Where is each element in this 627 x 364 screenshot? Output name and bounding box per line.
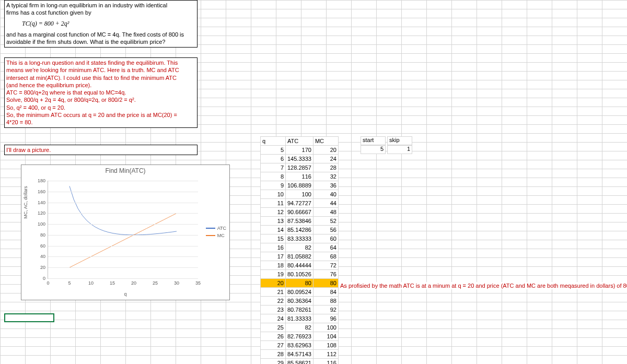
cell-q[interactable]: 6 bbox=[261, 155, 286, 163]
table-row[interactable]: 1781.0588268 bbox=[261, 252, 339, 261]
cell-q[interactable]: 22 bbox=[261, 297, 286, 306]
selected-cell[interactable] bbox=[4, 313, 54, 322]
cell-atc[interactable]: 90.66667 bbox=[286, 208, 314, 217]
cell-atc[interactable]: 87.53846 bbox=[286, 217, 314, 226]
cell-atc[interactable]: 80.44444 bbox=[286, 261, 314, 270]
cell-mc[interactable]: 52 bbox=[313, 217, 338, 226]
cell-q[interactable]: 24 bbox=[261, 314, 286, 323]
cell-atc[interactable]: 83.62963 bbox=[286, 341, 314, 350]
start-header[interactable]: start bbox=[361, 136, 386, 145]
cell-mc[interactable]: 76 bbox=[313, 270, 338, 279]
table-row[interactable]: 2481.3333396 bbox=[261, 314, 339, 323]
cell-mc[interactable]: 68 bbox=[313, 252, 338, 261]
table-row[interactable]: 7128.285728 bbox=[261, 163, 339, 172]
table-row[interactable]: 1583.3333360 bbox=[261, 234, 339, 243]
cell-atc[interactable]: 82 bbox=[286, 323, 314, 332]
table-row[interactable]: 1880.4444472 bbox=[261, 261, 339, 270]
cell-mc[interactable]: 96 bbox=[313, 314, 338, 323]
col-mc[interactable]: MC bbox=[313, 137, 338, 146]
col-q[interactable]: q bbox=[261, 137, 286, 146]
cell-mc[interactable]: 56 bbox=[313, 226, 338, 234]
cell-atc[interactable]: 170 bbox=[286, 146, 314, 155]
cell-mc[interactable]: 24 bbox=[313, 155, 338, 163]
cell-atc[interactable]: 81.05882 bbox=[286, 252, 314, 261]
cell-atc[interactable]: 80.36364 bbox=[286, 297, 314, 306]
cell-mc[interactable]: 92 bbox=[313, 306, 338, 314]
table-row[interactable]: 168264 bbox=[261, 243, 339, 252]
table-row[interactable]: 2380.7826192 bbox=[261, 306, 339, 314]
cell-q[interactable]: 5 bbox=[261, 146, 286, 155]
cell-q[interactable]: 9 bbox=[261, 181, 286, 190]
cell-q[interactable]: 11 bbox=[261, 199, 286, 208]
cell-atc[interactable]: 80.09524 bbox=[286, 288, 314, 297]
cell-atc[interactable]: 81.33333 bbox=[286, 314, 314, 323]
cell-mc[interactable]: 88 bbox=[313, 297, 338, 306]
skip-value[interactable]: 1 bbox=[387, 145, 412, 154]
table-row[interactable]: 2884.57143112 bbox=[261, 350, 339, 359]
cell-atc[interactable]: 80.10526 bbox=[286, 270, 314, 279]
data-table[interactable]: q ATC MC 5170206145.3333247128.285728811… bbox=[260, 136, 339, 364]
cell-mc[interactable]: 28 bbox=[313, 163, 338, 172]
cell-q[interactable]: 29 bbox=[261, 359, 286, 365]
table-row[interactable]: 2582100 bbox=[261, 323, 339, 332]
cell-q[interactable]: 10 bbox=[261, 190, 286, 199]
cell-atc[interactable]: 106.8889 bbox=[286, 181, 314, 190]
cell-mc[interactable]: 72 bbox=[313, 261, 338, 270]
table-row[interactable]: 2180.0952484 bbox=[261, 288, 339, 297]
cell-q[interactable]: 8 bbox=[261, 172, 286, 181]
table-row[interactable]: 1194.7272744 bbox=[261, 199, 339, 208]
table-row[interactable]: 2985.58621116 bbox=[261, 359, 339, 365]
cell-atc[interactable]: 145.3333 bbox=[286, 155, 314, 163]
cell-mc[interactable]: 60 bbox=[313, 234, 338, 243]
cell-atc[interactable]: 80.78261 bbox=[286, 306, 314, 314]
skip-header[interactable]: skip bbox=[387, 136, 412, 145]
cell-q[interactable]: 14 bbox=[261, 226, 286, 234]
table-row[interactable]: 208080 bbox=[261, 279, 339, 288]
chart-container[interactable]: Find Min(ATC) MC, AC, dollars q 02040608… bbox=[21, 165, 230, 300]
col-atc[interactable]: ATC bbox=[286, 137, 314, 146]
table-row[interactable]: 811632 bbox=[261, 172, 339, 181]
cell-q[interactable]: 26 bbox=[261, 332, 286, 341]
cell-mc[interactable]: 32 bbox=[313, 172, 338, 181]
cell-atc[interactable]: 82.76923 bbox=[286, 332, 314, 341]
cell-q[interactable]: 25 bbox=[261, 323, 286, 332]
cell-mc[interactable]: 116 bbox=[313, 359, 338, 365]
table-row[interactable]: 1010040 bbox=[261, 190, 339, 199]
cell-q[interactable]: 21 bbox=[261, 288, 286, 297]
cell-q[interactable]: 23 bbox=[261, 306, 286, 314]
cell-atc[interactable]: 128.2857 bbox=[286, 163, 314, 172]
table-row[interactable]: 1485.1428656 bbox=[261, 226, 339, 234]
cell-q[interactable]: 15 bbox=[261, 234, 286, 243]
cell-atc[interactable]: 84.57143 bbox=[286, 350, 314, 359]
table-row[interactable]: 1387.5384652 bbox=[261, 217, 339, 226]
cell-mc[interactable]: 40 bbox=[313, 190, 338, 199]
cell-mc[interactable]: 100 bbox=[313, 323, 338, 332]
cell-mc[interactable]: 48 bbox=[313, 208, 338, 217]
cell-mc[interactable]: 108 bbox=[313, 341, 338, 350]
table-row[interactable]: 1290.6666748 bbox=[261, 208, 339, 217]
cell-q[interactable]: 16 bbox=[261, 243, 286, 252]
cell-atc[interactable]: 85.58621 bbox=[286, 359, 314, 365]
cell-mc[interactable]: 44 bbox=[313, 199, 338, 208]
cell-mc[interactable]: 20 bbox=[313, 146, 338, 155]
cell-q[interactable]: 20 bbox=[261, 279, 286, 288]
table-row[interactable]: 2682.76923104 bbox=[261, 332, 339, 341]
start-value[interactable]: 5 bbox=[361, 145, 386, 154]
cell-q[interactable]: 28 bbox=[261, 350, 286, 359]
cell-q[interactable]: 17 bbox=[261, 252, 286, 261]
cell-q[interactable]: 19 bbox=[261, 270, 286, 279]
cell-mc[interactable]: 64 bbox=[313, 243, 338, 252]
cell-atc[interactable]: 85.14286 bbox=[286, 226, 314, 234]
cell-atc[interactable]: 82 bbox=[286, 243, 314, 252]
cell-mc[interactable]: 36 bbox=[313, 181, 338, 190]
table-row[interactable]: 2783.62963108 bbox=[261, 341, 339, 350]
cell-atc[interactable]: 83.33333 bbox=[286, 234, 314, 243]
cell-mc[interactable]: 104 bbox=[313, 332, 338, 341]
table-row[interactable]: 9106.888936 bbox=[261, 181, 339, 190]
cell-q[interactable]: 18 bbox=[261, 261, 286, 270]
cell-atc[interactable]: 100 bbox=[286, 190, 314, 199]
cell-q[interactable]: 7 bbox=[261, 163, 286, 172]
table-row[interactable]: 517020 bbox=[261, 146, 339, 155]
cell-q[interactable]: 12 bbox=[261, 208, 286, 217]
cell-atc[interactable]: 116 bbox=[286, 172, 314, 181]
